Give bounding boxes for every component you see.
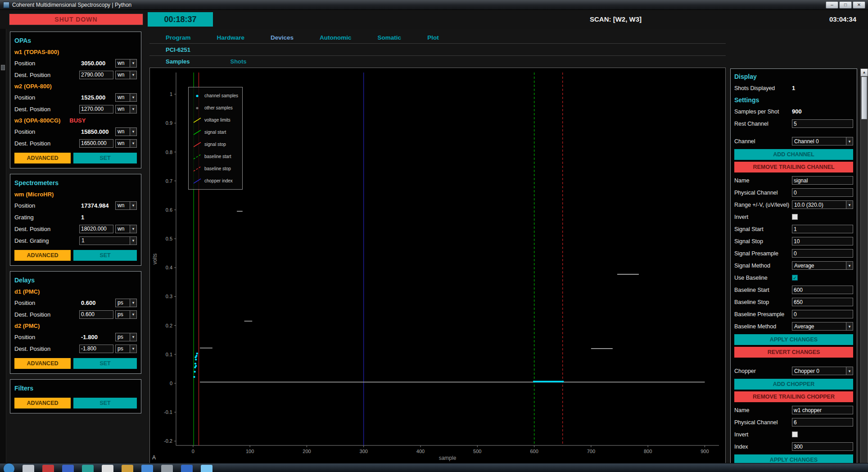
set-button[interactable]: SET bbox=[73, 153, 137, 163]
apply-changes-button[interactable]: APPLY CHANGES bbox=[734, 334, 853, 345]
taskbar-app-4[interactable] bbox=[82, 465, 94, 472]
tab-hardware[interactable]: Hardware bbox=[217, 34, 245, 41]
select-chopper[interactable]: Chopper 0▾ bbox=[792, 367, 853, 375]
input-dest-position[interactable] bbox=[79, 310, 113, 319]
scroll-up-icon[interactable]: ▲ bbox=[861, 69, 868, 76]
input-rest-channel[interactable] bbox=[792, 119, 853, 128]
start-button[interactable] bbox=[4, 463, 14, 472]
subtab-samples[interactable]: Samples bbox=[166, 58, 190, 65]
group-name-label: w3 (OPA-800CG) bbox=[14, 117, 60, 124]
tab-autonomic[interactable]: Autonomic bbox=[320, 34, 352, 41]
channel-sample-point bbox=[194, 356, 196, 358]
input-name[interactable] bbox=[792, 176, 853, 185]
unit-select[interactable]: wn▾ bbox=[115, 127, 137, 136]
input-physical-channel[interactable] bbox=[792, 418, 853, 427]
checkbox-invert[interactable] bbox=[792, 431, 798, 437]
legend-item-other-samples: other samples bbox=[193, 102, 238, 114]
taskbar-app-8[interactable] bbox=[161, 465, 173, 472]
subtab-shots[interactable]: Shots bbox=[230, 58, 246, 65]
advanced-button[interactable]: ADVANCED bbox=[14, 398, 71, 408]
maximize-button[interactable]: □ bbox=[839, 1, 852, 9]
select-baseline-method[interactable]: Average▾ bbox=[792, 322, 853, 331]
svg-text:400: 400 bbox=[416, 449, 425, 454]
tab-program[interactable]: Program bbox=[166, 34, 191, 41]
taskbar-app-5[interactable] bbox=[102, 465, 113, 472]
autoscale-button[interactable]: A bbox=[152, 454, 156, 461]
advanced-button[interactable]: ADVANCED bbox=[14, 250, 71, 261]
unit-select[interactable]: ps▾ bbox=[115, 345, 137, 353]
taskbar-app-2[interactable] bbox=[42, 465, 54, 472]
taskbar-app-1[interactable] bbox=[23, 465, 34, 472]
unit-select[interactable]: wn▾ bbox=[115, 105, 137, 113]
input-name[interactable] bbox=[792, 406, 853, 414]
tab-devices[interactable]: Devices bbox=[271, 34, 294, 41]
tab-somatic[interactable]: Somatic bbox=[378, 34, 402, 41]
input-dest-position[interactable] bbox=[79, 105, 113, 113]
unit-select[interactable]: ps▾ bbox=[115, 310, 137, 319]
unit-select[interactable]: ps▾ bbox=[115, 299, 137, 307]
remove-trailing-chopper-button[interactable]: REMOVE TRAILING CHOPPER bbox=[734, 391, 853, 402]
taskbar-app-7[interactable] bbox=[141, 465, 153, 472]
center-column: ProgramHardwareDevicesAutonomicSomaticPl… bbox=[144, 29, 730, 472]
row-label: Dest. Position bbox=[14, 226, 79, 232]
select-channel[interactable]: Channel 0▾ bbox=[792, 137, 853, 145]
scrollbar-thumb[interactable] bbox=[861, 77, 867, 119]
select-range-v-uv-level[interactable]: 10.0 (320.0)▾ bbox=[792, 200, 853, 209]
chevron-down-icon: ▾ bbox=[130, 71, 136, 79]
input-baseline-start[interactable] bbox=[792, 286, 853, 294]
setting-physical-channel: Physical Channel bbox=[734, 186, 853, 199]
unit-select[interactable]: wn▾ bbox=[115, 201, 137, 210]
dock-handle-icon[interactable] bbox=[1, 65, 5, 70]
checkbox-invert[interactable] bbox=[792, 214, 798, 220]
remove-trailing-channel-button[interactable]: REMOVE TRAILING CHANNEL bbox=[734, 162, 853, 172]
unit-select[interactable]: ps▾ bbox=[115, 333, 137, 341]
group-name-label: d2 (PMC) bbox=[14, 322, 40, 329]
unit-select[interactable]: wn▾ bbox=[115, 71, 137, 79]
svg-text:200: 200 bbox=[303, 449, 311, 454]
input-baseline-stop[interactable] bbox=[792, 298, 853, 306]
taskbar-app-3[interactable] bbox=[62, 465, 74, 472]
row-w2-opa-800-position: Position1525.000wn▾ bbox=[14, 91, 137, 103]
chevron-down-icon: ▾ bbox=[130, 128, 136, 136]
unit-select[interactable]: wn▾ bbox=[115, 225, 137, 233]
revert-changes-button[interactable]: REVERT CHANGES bbox=[734, 347, 853, 358]
input-signal-stop[interactable] bbox=[792, 237, 853, 245]
add-chopper-button[interactable]: ADD CHOPPER bbox=[734, 379, 853, 390]
shutdown-button[interactable]: SHUT DOWN bbox=[9, 14, 143, 25]
select-dest-grating[interactable]: 1▾ bbox=[79, 236, 137, 245]
advanced-button[interactable]: ADVANCED bbox=[14, 358, 71, 369]
input-dest-position[interactable] bbox=[79, 139, 113, 148]
minimize-button[interactable]: – bbox=[826, 1, 838, 9]
taskbar-app-10[interactable] bbox=[201, 465, 212, 472]
set-button[interactable]: SET bbox=[73, 250, 137, 261]
input-dest-position[interactable] bbox=[79, 71, 113, 79]
advanced-button[interactable]: ADVANCED bbox=[14, 153, 71, 163]
setting-label: Shots Displayed bbox=[734, 85, 792, 91]
set-button[interactable]: SET bbox=[73, 358, 137, 369]
select-signal-method[interactable]: Average▾ bbox=[792, 261, 853, 270]
tab-plot[interactable]: Plot bbox=[427, 34, 439, 41]
input-physical-channel[interactable] bbox=[792, 188, 853, 197]
input-index[interactable] bbox=[792, 442, 853, 451]
value-position: 0.600 bbox=[79, 300, 113, 306]
close-button[interactable]: ✕ bbox=[853, 1, 865, 9]
unit-select[interactable]: wn▾ bbox=[115, 59, 137, 68]
input-dest-position[interactable] bbox=[79, 225, 113, 233]
chevron-down-icon: ▾ bbox=[130, 59, 136, 67]
panel-filters: FiltersADVANCEDSET bbox=[10, 379, 141, 413]
set-button[interactable]: SET bbox=[73, 398, 137, 408]
group-name-label: w1 (TOPAS-800) bbox=[14, 49, 59, 55]
tab-pci-6251[interactable]: PCI-6251 bbox=[166, 46, 190, 53]
taskbar-app-9[interactable] bbox=[181, 465, 193, 472]
input-signal-start[interactable] bbox=[792, 225, 853, 233]
input-signal-presample[interactable] bbox=[792, 249, 853, 258]
checkbox-use-baseline[interactable]: ✓ bbox=[792, 275, 798, 281]
unit-select[interactable]: wn▾ bbox=[115, 139, 137, 148]
add-channel-button[interactable]: ADD CHANNEL bbox=[734, 149, 853, 160]
row-label: Position bbox=[14, 334, 79, 340]
unit-select[interactable]: wn▾ bbox=[115, 93, 137, 102]
input-dest-position[interactable] bbox=[79, 345, 113, 353]
taskbar-app-6[interactable] bbox=[122, 465, 133, 472]
settings-scrollbar[interactable]: ▲ ▼ bbox=[860, 68, 868, 472]
input-baseline-presample[interactable] bbox=[792, 310, 853, 318]
